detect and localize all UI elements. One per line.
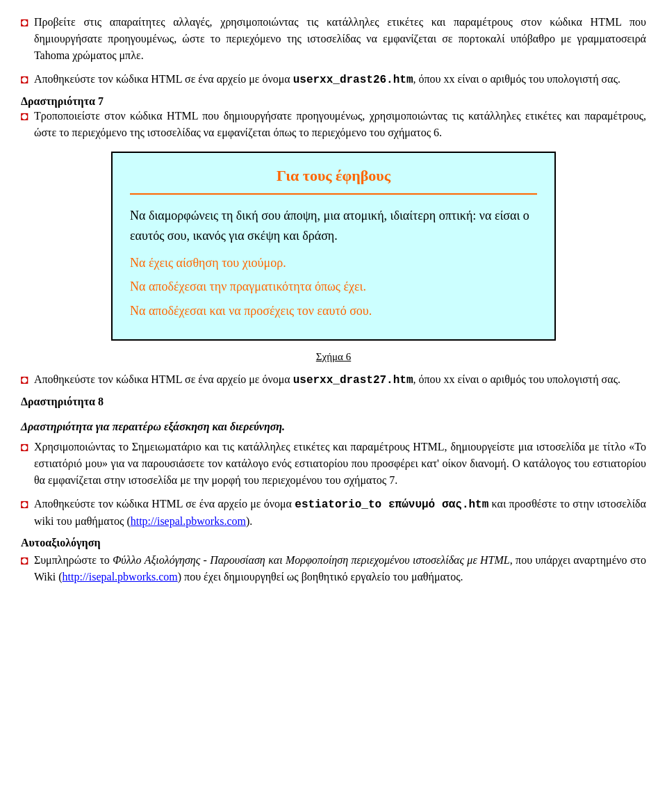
bullet-text-span-3: Τροποποιείστε στον κώδικα HTML που δημιο… <box>34 110 646 138</box>
box-colored-line-1: Να έχεις αίσθηση του χιούμορ. <box>130 253 537 273</box>
box-title: Για τους έφηβους <box>130 167 537 185</box>
bullet-text-span-2b: , όπου xx είναι ο αριθμός του υπολογιστή… <box>413 73 620 85</box>
figure-caption-6: Σχήμα 6 <box>21 351 646 363</box>
bullet-text-4: Αποθηκεύστε τον κώδικα HTML σε ένα αρχεί… <box>34 371 620 389</box>
box-body-paragraph: Να διαμορφώνεις τη δική σου άποψη, μια α… <box>130 206 537 246</box>
bullet-icon-2: ◘ <box>21 72 28 87</box>
bullet-item-5: ◘ Χρησιμοποιώντας το Σημειωματάριο και τ… <box>21 439 646 489</box>
drast8-heading: Δραστηριότητα 8 <box>21 396 646 408</box>
bullet-text-6: Αποθηκεύστε τον κώδικα HTML σε ένα αρχεί… <box>34 496 646 530</box>
filename-1: userxx_drast26.htm <box>293 74 413 86</box>
bullet-text-7: Συμπληρώστε το Φύλλο Αξιολόγησης - Παρου… <box>34 552 646 585</box>
bullet-item-4: ◘ Αποθηκεύστε τον κώδικα HTML σε ένα αρχ… <box>21 371 646 389</box>
bullet-text-1: Προβείτε στις απαραίτητες αλλαγές, χρησι… <box>34 14 646 64</box>
link-2[interactable]: http://isepal.pbworks.com <box>63 571 178 583</box>
bullet-text-span-6a: Αποθηκεύστε τον κώδικα HTML σε ένα αρχεί… <box>34 498 295 510</box>
bullet-icon-3: ◘ <box>21 109 28 124</box>
bullet-text-span-5: Χρησιμοποιώντας το Σημειωματάριο και τις… <box>34 441 646 486</box>
bullet-text-span-6c: ). <box>246 515 252 527</box>
autoaxiologisi-heading: Αυτοαξιολόγηση <box>21 537 100 549</box>
drast8-subheading: Δραστηριότητα για περαιτέρω εξάσκηση και… <box>21 421 285 432</box>
bullet-item-3: ◘ Τροποποιείστε στον κώδικα HTML που δημ… <box>21 108 646 141</box>
box-colored-line-2: Να αποδέχεσαι την πραγματικότητα όπως έχ… <box>130 277 537 297</box>
bullet-text-span-7b: Φύλλο Αξιολόγησης - Παρουσίαση και Μορφο… <box>113 554 510 566</box>
bullet-text-3: Τροποποιείστε στον κώδικα HTML που δημιο… <box>34 108 646 141</box>
drast7-heading: Δραστηριότητα 7 <box>21 95 646 108</box>
bullet-text-span-4a: Αποθηκεύστε τον κώδικα HTML σε ένα αρχεί… <box>34 373 293 385</box>
bullet-text-2: Αποθηκεύστε τον κώδικα HTML σε ένα αρχεί… <box>34 71 620 88</box>
bullet-item-6: ◘ Αποθηκεύστε τον κώδικα HTML σε ένα αρχ… <box>21 496 646 530</box>
drast8-block: Δραστηριότητα 8 Δραστηριότητα για περαιτ… <box>21 396 646 433</box>
content-box: Για τους έφηβους Να διαμορφώνεις τη δική… <box>111 152 556 341</box>
bullet-icon-4: ◘ <box>21 373 28 387</box>
box-divider <box>130 193 537 195</box>
bullet-item-2: ◘ Αποθηκεύστε τον κώδικα HTML σε ένα αρχ… <box>21 71 646 88</box>
box-colored-line-3: Να αποδέχεσαι και να προσέχεις τον εαυτό… <box>130 301 537 321</box>
bullet-icon-7: ◘ <box>21 553 28 568</box>
autoaxiologisi-block: Αυτοαξιολόγηση <box>21 537 646 549</box>
filename-2: userxx_drast27.htm <box>293 374 413 387</box>
filename-3: estiatorio_to επώνυμό σας.htm <box>295 498 488 511</box>
bullet-icon-6: ◘ <box>21 497 28 512</box>
bullet-icon-1: ◘ <box>21 15 28 30</box>
bullet-text-span-4b: , όπου xx είναι ο αριθμός του υπολογιστή… <box>413 373 620 385</box>
bullet-text-5: Χρησιμοποιώντας το Σημειωματάριο και τις… <box>34 439 646 489</box>
bullet-item-7: ◘ Συμπληρώστε το Φύλλο Αξιολόγησης - Παρ… <box>21 552 646 585</box>
bullet-text-span-7d: ) που έχει δημιουργηθεί ως βοηθητικό εργ… <box>178 571 463 583</box>
bullet-text-span-1: Προβείτε στις απαραίτητες αλλαγές, χρησι… <box>34 16 646 61</box>
bullet-icon-5: ◘ <box>21 440 28 455</box>
bullet-text-span-7a: Συμπληρώστε το <box>34 554 113 566</box>
bullet-item-1: ◘ Προβείτε στις απαραίτητες αλλαγές, χρη… <box>21 14 646 64</box>
bullet-text-span-2a: Αποθηκεύστε τον κώδικα HTML σε ένα αρχεί… <box>34 73 293 85</box>
page-content: ◘ Προβείτε στις απαραίτητες αλλαγές, χρη… <box>21 14 646 585</box>
link-1[interactable]: http://isepal.pbworks.com <box>131 515 246 527</box>
